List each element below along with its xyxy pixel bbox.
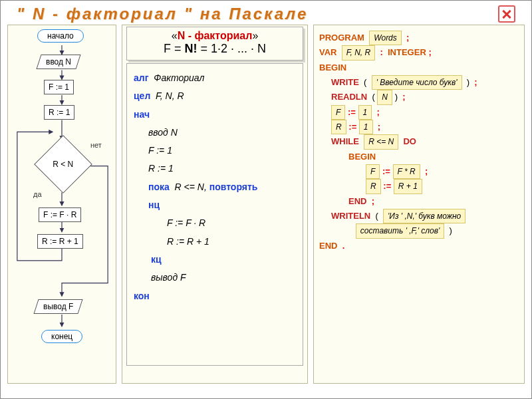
flow-no-label: нет: [90, 141, 102, 149]
flow-r1: R := 1: [44, 105, 74, 120]
flow-yes-label: да: [33, 190, 42, 198]
algo-header: «N - факториал» F = N! = 1·2 · ... · N: [126, 27, 303, 61]
algo-body: алг Факториал цел F, N, R нач ввод N F :…: [126, 63, 303, 366]
flowchart-panel: начало ввод N F := 1 R := 1 R < N да нет…: [7, 25, 116, 384]
close-icon[interactable]: [498, 5, 515, 23]
flow-output: вывод F: [33, 299, 82, 314]
flow-input: ввод N: [36, 55, 80, 69]
flow-end: конец: [41, 330, 82, 343]
flow-begin: начало: [37, 29, 84, 43]
flow-decision: R < N: [34, 135, 92, 194]
pascal-panel: PROGRAM Words ; VAR F, N, R : INTEGER ; …: [313, 25, 525, 384]
page-title: " N - факториал " на Паскале: [17, 5, 308, 23]
flow-f1: F := 1: [44, 80, 74, 94]
flow-body2: R := R + 1: [37, 234, 83, 249]
algo-panel: «N - факториал» F = N! = 1·2 · ... · N а…: [122, 25, 308, 384]
flow-body1: F := F · R: [39, 207, 81, 222]
